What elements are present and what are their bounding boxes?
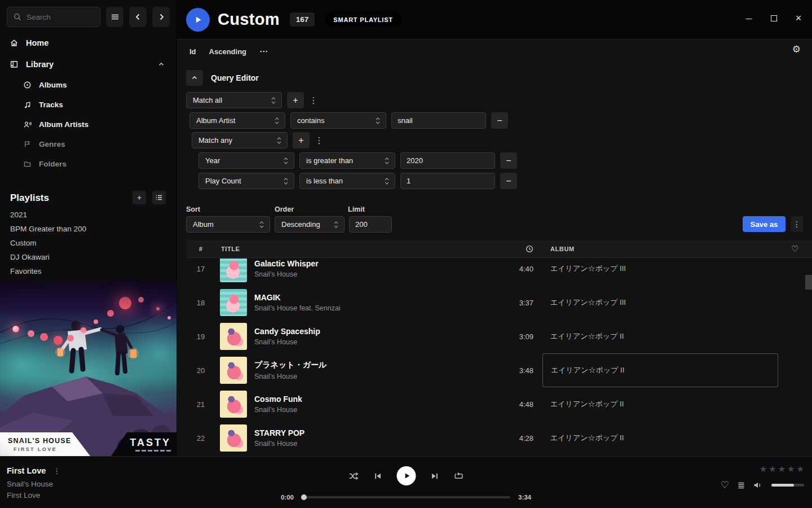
favorite-cell[interactable] xyxy=(778,421,812,455)
playlist-item[interactable]: Favorites xyxy=(0,264,176,278)
order-select[interactable]: Descending xyxy=(275,216,345,233)
track-title[interactable]: MAGIK xyxy=(254,293,341,302)
back-button[interactable] xyxy=(129,7,147,27)
favorite-cell[interactable] xyxy=(778,319,812,353)
track-artist[interactable]: Snail’s House xyxy=(254,338,320,346)
maximize-button[interactable] xyxy=(769,14,778,23)
limit-input[interactable] xyxy=(349,216,392,233)
add-rule-button[interactable]: + xyxy=(293,132,310,148)
track-album-focused[interactable]: エイリアン☆ポップ II xyxy=(542,353,778,387)
volume-slider[interactable] xyxy=(771,484,804,487)
more-options-button[interactable]: ⋯ xyxy=(259,46,268,56)
remove-rule-button[interactable]: − xyxy=(500,152,517,169)
column-favorite[interactable]: ♡ xyxy=(778,244,812,254)
track-title[interactable]: Candy Spaceship xyxy=(254,327,320,336)
favorite-cell[interactable] xyxy=(778,353,812,387)
track-title[interactable]: プラネット・ガール xyxy=(254,360,326,370)
track-artist[interactable]: Snail’s House xyxy=(254,270,319,278)
track-album[interactable]: エイリアン☆ポップ II xyxy=(542,387,778,421)
seek-bar[interactable] xyxy=(302,496,510,498)
track-album[interactable]: エイリアン☆ポップ II xyxy=(542,421,778,455)
rule-field-select[interactable]: Year xyxy=(198,152,294,169)
minimize-button[interactable]: ─ xyxy=(744,14,753,23)
match-type-select[interactable]: Match all xyxy=(186,92,282,108)
group-options-button[interactable]: ⋮ xyxy=(309,95,318,106)
track-album[interactable]: エイリアン☆ポップ II xyxy=(542,319,778,353)
track-artist[interactable]: Snail’s House xyxy=(254,373,326,380)
scrollbar-thumb[interactable] xyxy=(805,275,812,290)
track-title[interactable]: STARRY POP xyxy=(254,428,304,437)
track-artist[interactable]: Snail’s House xyxy=(254,406,302,414)
forward-button[interactable] xyxy=(152,7,170,27)
menu-button[interactable] xyxy=(106,7,123,27)
search-input[interactable] xyxy=(27,13,94,21)
column-number[interactable]: # xyxy=(186,246,215,252)
table-row[interactable]: 21 Cosmo FunkSnail’s House 4:48 エイリアン☆ポッ… xyxy=(186,387,812,421)
sidebar-item-genres[interactable]: Genres xyxy=(0,134,176,154)
playlist-item[interactable]: BPM Greater than 200 xyxy=(0,222,176,236)
next-button[interactable] xyxy=(431,472,439,480)
seek-handle[interactable] xyxy=(301,494,307,500)
column-duration[interactable] xyxy=(497,245,542,253)
table-row[interactable]: 22 STARRY POPSnail’s House 4:28 エイリアン☆ポッ… xyxy=(186,421,812,455)
sort-field-button[interactable]: Id xyxy=(189,47,196,56)
sort-select[interactable]: Album xyxy=(186,216,270,233)
settings-gear-button[interactable]: ⚙ xyxy=(792,43,801,55)
chevron-up-icon[interactable] xyxy=(158,61,165,68)
close-button[interactable]: × xyxy=(794,14,803,23)
queue-button[interactable] xyxy=(737,481,745,489)
track-options-button[interactable]: ⋮ xyxy=(53,467,60,475)
table-row[interactable]: 19 Candy SpaceshipSnail’s House 3:09 エイリ… xyxy=(186,319,812,353)
rule-field-select[interactable]: Play Count xyxy=(198,173,294,189)
remove-rule-button[interactable]: − xyxy=(500,173,517,189)
previous-button[interactable] xyxy=(374,472,382,480)
rule-value-input[interactable] xyxy=(400,173,495,189)
favorite-button[interactable]: ♡ xyxy=(721,480,729,490)
star-icon[interactable]: ★ xyxy=(769,464,776,474)
collapse-query-editor-button[interactable] xyxy=(186,70,203,86)
match-type-select[interactable]: Match any xyxy=(192,132,288,148)
group-options-button[interactable]: ⋮ xyxy=(315,135,324,146)
search-box[interactable] xyxy=(7,7,100,27)
track-album[interactable]: エイリアン☆ポップ III xyxy=(542,259,778,286)
sidebar-item-library[interactable]: Library xyxy=(0,54,176,75)
star-icon[interactable]: ★ xyxy=(797,464,804,474)
track-title[interactable]: Cosmo Funk xyxy=(254,395,302,404)
repeat-button[interactable] xyxy=(454,472,464,480)
rule-operator-select[interactable]: contains xyxy=(290,112,386,129)
table-row[interactable]: 20 プラネット・ガールSnail’s House 3:48 エイリアン☆ポップ… xyxy=(186,353,812,387)
play-pause-button[interactable] xyxy=(397,466,416,485)
save-options-button[interactable]: ⋮ xyxy=(791,216,803,232)
add-playlist-button[interactable]: + xyxy=(133,191,146,204)
star-icon[interactable]: ★ xyxy=(787,464,795,474)
track-artist[interactable]: Snail’s House feat. Sennzai xyxy=(254,304,341,312)
rule-operator-select[interactable]: is less than xyxy=(299,173,395,189)
sidebar-item-tracks[interactable]: Tracks xyxy=(0,95,176,115)
track-artist[interactable]: Snail’s House xyxy=(254,440,304,448)
playlist-item[interactable]: Custom xyxy=(0,236,176,250)
playlist-list-button[interactable] xyxy=(152,191,166,204)
now-playing-artwork[interactable]: SNAIL'S HOUSE FIRST LOVE TASTY xyxy=(0,279,176,456)
shuffle-button[interactable] xyxy=(348,472,359,480)
track-title[interactable]: Galactic Whisper xyxy=(254,259,319,268)
sidebar-item-album-artists[interactable]: Album Artists xyxy=(0,115,176,134)
remove-rule-button[interactable]: − xyxy=(491,112,508,129)
now-playing-title[interactable]: First Love xyxy=(7,466,46,475)
rule-field-select[interactable]: Album Artist xyxy=(189,112,285,129)
sort-direction-button[interactable]: Ascending xyxy=(209,47,246,56)
star-icon[interactable]: ★ xyxy=(778,464,785,474)
now-playing-album[interactable]: First Love xyxy=(7,491,40,500)
sidebar-item-home[interactable]: Home xyxy=(0,32,176,54)
table-row[interactable]: 18 MAGIKSnail’s House feat. Sennzai 3:37… xyxy=(186,286,812,319)
favorite-cell[interactable] xyxy=(778,387,812,421)
column-album[interactable]: ALBUM xyxy=(542,246,778,252)
volume-button[interactable] xyxy=(753,481,764,489)
playlist-item[interactable]: 2021 xyxy=(0,208,176,222)
rule-value-input[interactable] xyxy=(391,112,486,129)
sidebar-item-albums[interactable]: Albums xyxy=(0,75,176,95)
favorite-cell[interactable] xyxy=(778,286,812,319)
table-row[interactable]: 17 Galactic WhisperSnail’s House 4:40 エイ… xyxy=(186,259,812,286)
star-icon[interactable]: ★ xyxy=(760,464,767,474)
add-rule-button[interactable]: + xyxy=(287,92,304,108)
column-title[interactable]: TITLE xyxy=(215,246,497,252)
